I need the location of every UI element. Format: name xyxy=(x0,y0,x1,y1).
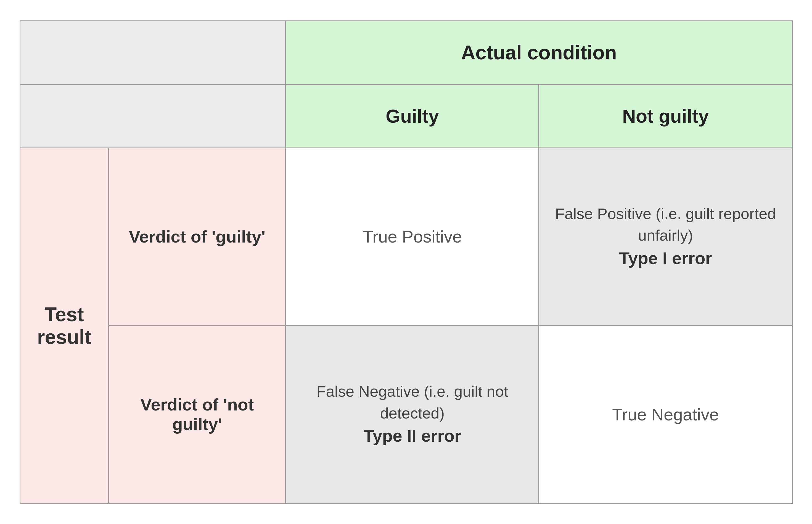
true-negative-cell: True Negative xyxy=(539,326,792,504)
verdict-guilty-row-header: Verdict of 'guilty' xyxy=(108,148,286,326)
actual-condition-header: Actual condition xyxy=(286,21,792,84)
corner-empty-top-left xyxy=(20,21,286,84)
true-positive-cell: True Positive xyxy=(286,148,539,326)
not-guilty-column-header: Not guilty xyxy=(539,84,792,148)
test-result-row-header: Test result xyxy=(20,148,108,503)
verdict-not-guilty-row-header: Verdict of 'not guilty' xyxy=(108,326,286,504)
guilty-column-header: Guilty xyxy=(286,84,539,148)
confusion-matrix-table: Actual condition Guilty Not guilty Test … xyxy=(20,20,793,504)
false-negative-cell: False Negative (i.e. guilt not detected)… xyxy=(286,326,539,504)
false-negative-text: False Negative (i.e. guilt not detected) xyxy=(317,382,508,422)
type-i-error-label: Type I error xyxy=(619,249,712,268)
false-positive-cell: False Positive (i.e. guilt reported unfa… xyxy=(539,148,792,326)
page-container: Actual condition Guilty Not guilty Test … xyxy=(0,0,812,524)
false-positive-text: False Positive (i.e. guilt reported unfa… xyxy=(555,205,776,244)
corner-empty-second-row xyxy=(20,84,286,148)
type-ii-error-label: Type II error xyxy=(363,426,461,445)
